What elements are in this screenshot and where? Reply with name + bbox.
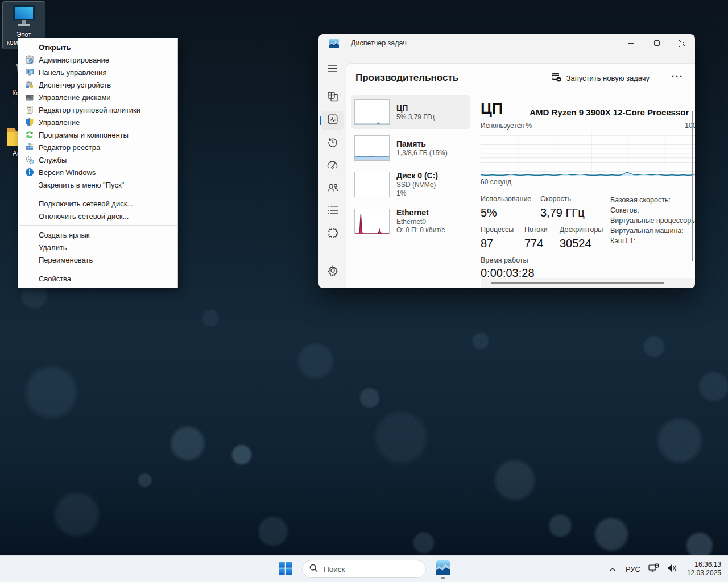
nav-item-startup-apps[interactable] — [321, 156, 344, 176]
more-options-button[interactable]: ··· — [667, 72, 688, 84]
menu-item-delete[interactable]: Удалить — [18, 241, 177, 253]
tray-clock[interactable]: 16:36:13 12.03.2025 — [682, 560, 726, 577]
close-button[interactable] — [669, 34, 695, 52]
admin-tools-icon — [25, 55, 34, 64]
menu-item-open[interactable]: Открыть — [18, 41, 177, 53]
search-icon — [309, 564, 318, 574]
menu-item-registry-editor[interactable]: Редактор реестра — [18, 141, 177, 153]
registry-icon — [25, 143, 34, 152]
perf-item-text: EthernetEthernet0О: 0 П: 0 кбит/с — [396, 208, 445, 235]
perf-item-cpu[interactable]: ЦП5% 3,79 ГГц — [351, 95, 470, 129]
nav-item-users[interactable] — [321, 179, 344, 198]
page-header: Производительность Запустить новую задач… — [346, 64, 695, 92]
menu-item-properties[interactable]: Свойства — [18, 272, 177, 285]
menu-item-device-manager[interactable]: Диспетчер устройств — [18, 78, 177, 91]
this-pc-icon — [10, 3, 38, 31]
menu-item-windows-version[interactable]: Версия Windows — [18, 166, 177, 178]
perf-item-sub: 1% — [396, 189, 438, 198]
nav-item-settings[interactable] — [321, 262, 344, 281]
perf-item-name: Память — [396, 139, 448, 149]
menu-item-manage[interactable]: Управление — [18, 116, 177, 128]
language-indicator[interactable]: РУС — [623, 558, 643, 580]
horizontal-scrollbar[interactable] — [481, 278, 695, 288]
menu-item-rename[interactable]: Переименовать — [18, 253, 177, 266]
taskbar-search[interactable]: Поиск — [302, 560, 426, 578]
cpu-usage-chart — [481, 131, 695, 176]
cpu-info-labels: Базовая скорость: Сокетов: Виртуальные п… — [610, 195, 695, 246]
start-button[interactable] — [274, 558, 296, 580]
menu-item-group-policy-editor[interactable]: Редактор групповой политики — [18, 103, 177, 116]
menu-item-label: Отключить сетевой диск... — [39, 212, 129, 221]
programs-icon — [25, 130, 34, 139]
cpu-details-pane: ЦП AMD Ryzen 9 3900X 12-Core Processor И… — [481, 95, 695, 278]
nav-item-app-history[interactable] — [321, 134, 344, 153]
perf-item-text: Диск 0 (C:)SSD (NVMe)1% — [396, 171, 438, 198]
startup-icon — [327, 160, 338, 172]
manage-shield-icon — [25, 118, 34, 127]
nav-menu-toggle[interactable] — [321, 60, 344, 79]
no-icon — [25, 43, 34, 52]
menu-separator — [19, 225, 177, 226]
volume-tray-button[interactable] — [664, 558, 680, 580]
nav-item-details[interactable] — [321, 202, 344, 221]
menu-item-label: Закрепить в меню "Пуск" — [39, 181, 124, 189]
menu-item-pin-to-start[interactable]: Закрепить в меню "Пуск" — [18, 178, 177, 191]
perf-item-text: ЦП5% 3,79 ГГц — [396, 103, 435, 122]
chart-y-label: Используется % — [481, 122, 532, 130]
ethernet-icon — [648, 563, 659, 575]
horizontal-scrollbar-thumb[interactable] — [491, 282, 664, 284]
menu-item-label: Свойства — [39, 275, 71, 283]
menu-item-admin-tools[interactable]: Администрирование — [18, 53, 177, 66]
menu-item-label: Службы — [39, 156, 67, 164]
ethernet-mini-chart — [354, 209, 390, 234]
uptime-block: Время работы 0:00:03:28 — [481, 256, 695, 278]
taskbar: Поиск — [0, 555, 728, 582]
disk-management-icon — [25, 93, 34, 102]
tray-chevron-button[interactable] — [605, 558, 621, 580]
group-policy-icon — [25, 105, 34, 114]
services-nav-icon — [328, 228, 338, 240]
menu-item-disk-management[interactable]: Управление дисками — [18, 91, 177, 103]
details-icon — [328, 206, 338, 217]
network-tray-button[interactable] — [646, 558, 662, 580]
performance-list: ЦП5% 3,79 ГГцПамять1,3/8,6 ГБ (15%)Диск … — [346, 95, 481, 288]
perf-item-memory[interactable]: Память1,3/8,6 ГБ (15%) — [351, 131, 470, 165]
navigation-rail — [318, 52, 346, 288]
running-app-indicator — [441, 577, 445, 579]
taskbar-item-task-manager[interactable] — [432, 558, 454, 580]
menu-item-services[interactable]: Службы — [18, 153, 177, 166]
minimize-button[interactable] — [618, 34, 644, 52]
users-icon — [327, 183, 338, 195]
menu-item-disconnect-network-drive[interactable]: Отключить сетевой диск... — [18, 210, 177, 222]
menu-item-label: Управление дисками — [39, 93, 111, 102]
menu-item-label: Администрирование — [39, 56, 109, 64]
menu-item-create-shortcut[interactable]: Создать ярлык — [18, 228, 177, 241]
menu-item-programs-features[interactable]: Программы и компоненты — [18, 128, 177, 141]
perf-item-text: Память1,3/8,6 ГБ (15%) — [396, 139, 448, 157]
perf-item-disk0[interactable]: Диск 0 (C:)SSD (NVMe)1% — [351, 167, 470, 202]
nav-item-processes[interactable] — [321, 88, 344, 107]
selected-nav-accent — [320, 116, 321, 125]
chart-ymax-label: 100% — [685, 122, 695, 130]
run-new-task-button[interactable]: Запустить новую задачу — [546, 69, 655, 87]
perf-item-ethernet[interactable]: EthernetEthernet0О: 0 П: 0 кбит/с — [351, 204, 470, 239]
vertical-scrollbar-thumb[interactable] — [692, 111, 693, 261]
history-icon — [328, 137, 338, 149]
services-gear-icon — [25, 155, 34, 164]
menu-item-map-network-drive[interactable]: Подключить сетевой диск... — [18, 197, 177, 210]
cpu-heading: ЦП — [481, 100, 503, 117]
no-icon — [25, 199, 34, 208]
menu-item-control-panel[interactable]: Панель управления — [18, 66, 177, 78]
processes-icon — [328, 92, 338, 104]
memory-mini-chart — [354, 135, 390, 161]
nav-item-performance[interactable] — [321, 111, 344, 130]
nav-item-services[interactable] — [321, 225, 344, 244]
maximize-button[interactable] — [644, 34, 669, 52]
menu-item-label: Диспетчер устройств — [39, 81, 111, 89]
perf-item-sub: Ethernet0 — [396, 218, 445, 226]
disk0-mini-chart — [354, 172, 390, 197]
chart-x-label: 60 секунд — [481, 178, 695, 186]
title-bar[interactable]: Диспетчер задач — [318, 34, 695, 52]
hamburger-icon — [328, 64, 337, 74]
search-placeholder: Поиск — [324, 565, 345, 573]
